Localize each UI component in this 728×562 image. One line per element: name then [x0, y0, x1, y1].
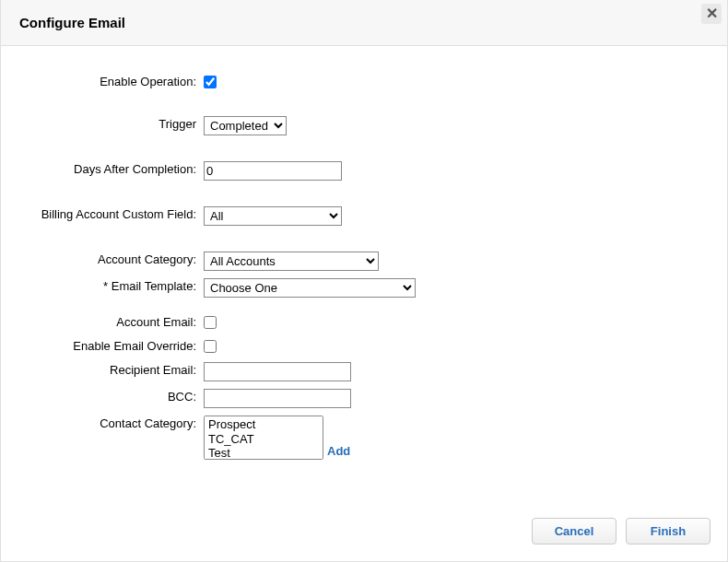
finish-button[interactable]: Finish	[626, 518, 710, 544]
account-email-label: Account Email:	[19, 314, 204, 331]
cancel-button[interactable]: Cancel	[532, 518, 616, 544]
enable-operation-label: Enable Operation:	[19, 74, 204, 90]
account-category-label: Account Category:	[19, 252, 204, 268]
email-template-select[interactable]: Choose One	[204, 278, 416, 298]
recipient-email-input[interactable]	[204, 362, 351, 381]
enable-operation-checkbox[interactable]	[204, 76, 217, 88]
billing-custom-field-select[interactable]: All	[204, 206, 342, 226]
account-category-select[interactable]: All Accounts	[204, 252, 379, 271]
enable-email-override-checkbox[interactable]	[204, 340, 217, 353]
days-after-input[interactable]	[204, 161, 342, 181]
bcc-label: BCC:	[19, 389, 204, 405]
billing-custom-field-label: Billing Account Custom Field:	[19, 206, 204, 223]
add-contact-category-link[interactable]: Add	[327, 444, 350, 460]
configure-email-modal: Configure Email ✕ Enable Operation: Trig…	[0, 0, 728, 562]
modal-footer: Cancel Finish	[532, 518, 710, 544]
trigger-select[interactable]: Completed	[204, 116, 287, 135]
modal-title: Configure Email	[19, 15, 125, 30]
modal-header: Configure Email ✕	[1, 0, 727, 46]
recipient-email-label: Recipient Email:	[19, 362, 204, 379]
trigger-label: Trigger	[19, 116, 204, 133]
form-area: Enable Operation: Trigger Completed Days…	[1, 46, 727, 460]
account-email-checkbox[interactable]	[204, 316, 217, 329]
contact-category-multiselect[interactable]: ProspectTC_CATTest	[204, 416, 323, 460]
email-template-label: * Email Template:	[19, 278, 204, 295]
close-icon[interactable]: ✕	[701, 4, 722, 24]
enable-email-override-label: Enable Email Override:	[19, 338, 204, 355]
days-after-label: Days After Completion:	[19, 161, 204, 178]
bcc-input[interactable]	[204, 389, 351, 408]
contact-category-label: Contact Category:	[19, 416, 204, 432]
